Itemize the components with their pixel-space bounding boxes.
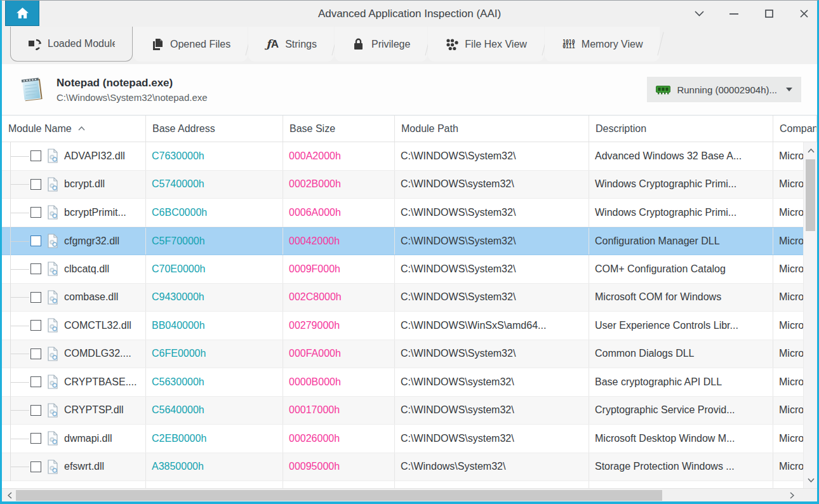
process-status-dropdown[interactable]: Running (00002904h)... xyxy=(647,77,801,102)
tree-connector xyxy=(10,241,29,242)
base-address: C5640000h xyxy=(146,397,283,425)
module-file-icon xyxy=(46,205,59,220)
base-address: C6FE0000h xyxy=(146,340,283,368)
row-checkbox[interactable] xyxy=(30,376,41,387)
process-info-bar: Notepad (notepad.exe) C:\Windows\System3… xyxy=(2,64,817,116)
base-size: 00017000h xyxy=(283,397,395,425)
tab-label: Opened Files xyxy=(170,39,230,50)
row-checkbox[interactable] xyxy=(30,179,41,190)
modules-icon xyxy=(28,37,42,50)
row-checkbox[interactable] xyxy=(30,207,41,218)
row-checkbox[interactable] xyxy=(30,235,41,246)
row-checkbox[interactable] xyxy=(30,263,41,274)
maximize-button[interactable] xyxy=(763,8,775,20)
base-size: 0009F000h xyxy=(283,255,395,283)
vertical-scrollbar[interactable] xyxy=(803,142,817,488)
table-row[interactable]: clbcatq.dll C70E0000h 0009F000h C:\WINDO… xyxy=(2,255,817,284)
table-row[interactable]: CRYPTSP.dll C5640000h 00017000h C:\WINDO… xyxy=(2,397,817,425)
scroll-right-button[interactable] xyxy=(786,489,797,501)
row-checkbox[interactable] xyxy=(30,292,41,303)
tab-loaded-modules[interactable]: Loaded Modules xyxy=(10,27,133,62)
table-row[interactable]: bcryptPrimit... C6BC0000h 0006A000h C:\W… xyxy=(2,199,817,227)
base-size: 0002B000h xyxy=(283,171,395,199)
table-row[interactable]: COMCTL32.dll BB040000h 00279000h C:\WIND… xyxy=(2,312,817,340)
module-table-body: ADVAPI32.dll C7630000h 000A2000h C:\WIND… xyxy=(2,142,817,489)
scroll-down-button[interactable] xyxy=(804,474,817,486)
close-button[interactable] xyxy=(798,8,809,20)
base-address: C2EB0000h xyxy=(146,425,283,453)
horizontal-scrollbar-thumb[interactable] xyxy=(16,490,662,501)
hex-dots-icon xyxy=(445,38,459,50)
column-header-base-size[interactable]: Base Size xyxy=(283,116,395,142)
base-address: C5630000h xyxy=(146,368,283,396)
base-size: 00095000h xyxy=(283,453,395,481)
base-address: C7630000h xyxy=(146,142,283,170)
row-checkbox[interactable] xyxy=(30,150,41,161)
column-header-module-path[interactable]: Module Path xyxy=(395,116,589,142)
minimize-button[interactable] xyxy=(728,8,740,20)
row-checkbox[interactable] xyxy=(30,461,41,472)
tab-bar: Loaded Modules Opened Files ƒA Strings xyxy=(2,27,817,64)
table-row[interactable]: cfgmgr32.dll C5F70000h 00042000h C:\WIND… xyxy=(2,227,817,256)
module-file-icon xyxy=(46,431,59,446)
module-file-icon xyxy=(46,234,59,248)
tab-strings[interactable]: ƒA Strings xyxy=(248,27,334,62)
module-name: COMCTL32.dll xyxy=(64,320,131,331)
tree-connector xyxy=(10,382,29,383)
base-address: C6BC0000h xyxy=(146,199,283,227)
horizontal-scrollbar[interactable] xyxy=(2,488,817,501)
table-row[interactable]: dwmapi.dll C2EB0000h 00026000h C:\WINDOW… xyxy=(2,425,817,453)
row-checkbox[interactable] xyxy=(30,348,41,359)
module-name: ADVAPI32.dll xyxy=(64,150,125,162)
scroll-left-button[interactable] xyxy=(4,489,15,501)
table-row[interactable]: CRYPTBASE.... C5630000h 0000B000h C:\WIN… xyxy=(2,368,817,397)
collapse-ribbon-button[interactable] xyxy=(693,8,705,20)
module-name: combase.dll xyxy=(64,291,118,303)
table-row[interactable]: ADVAPI32.dll C7630000h 000A2000h C:\WIND… xyxy=(2,142,817,171)
module-description: Common Dialogs DLL xyxy=(589,340,773,368)
row-checkbox[interactable] xyxy=(30,433,41,444)
tab-memory-view[interactable]: 10100111 Memory View xyxy=(545,27,660,62)
module-description: Microsoft Desktop Window M... xyxy=(589,425,773,453)
tab-privilege[interactable]: Privilege xyxy=(335,27,427,62)
vertical-scrollbar-thumb[interactable] xyxy=(806,159,815,231)
base-size: 002C8000h xyxy=(283,284,395,312)
table-row[interactable]: COMDLG32.... C6FE0000h 000FA000h C:\WIND… xyxy=(2,340,817,369)
table-row[interactable]: efswrt.dll A3850000h 00095000h C:\Window… xyxy=(2,453,817,482)
column-header-base-address[interactable]: Base Address xyxy=(146,116,283,142)
tab-label: Strings xyxy=(285,39,317,50)
notepad-icon xyxy=(17,75,46,104)
base-size: 000A2000h xyxy=(283,142,395,170)
module-description: Microsoft COM for Windows xyxy=(589,284,773,312)
home-button[interactable] xyxy=(5,1,39,26)
base-address: C70E0000h xyxy=(146,255,283,283)
lock-icon xyxy=(352,38,366,50)
column-header-module-name[interactable]: Module Name xyxy=(2,116,146,142)
process-name: Notepad (notepad.exe) xyxy=(57,77,208,90)
column-header-description[interactable]: Description xyxy=(589,116,773,142)
module-name: cfgmgr32.dll xyxy=(64,235,119,247)
process-status-label: Running (00002904h)... xyxy=(677,84,777,95)
table-row[interactable]: combase.dll C9430000h 002C8000h C:\WINDO… xyxy=(2,284,817,312)
row-checkbox[interactable] xyxy=(30,405,41,416)
base-size: 00279000h xyxy=(283,312,395,340)
row-checkbox[interactable] xyxy=(30,320,41,331)
module-path: C:\WINDOWS\WinSxS\amd64... xyxy=(395,312,589,340)
module-path: C:\WINDOWS\System32\ xyxy=(395,228,589,255)
table-row[interactable]: bcrypt.dll C5740000h 0002B000h C:\WINDOW… xyxy=(2,171,817,199)
module-file-icon xyxy=(46,177,59,192)
module-path: C:\WINDOWS\System32\ xyxy=(395,284,589,312)
module-path: C:\WINDOWS\System32\ xyxy=(395,255,589,283)
column-header-company[interactable]: Company xyxy=(773,116,817,142)
module-file-icon xyxy=(46,347,59,361)
title-bar: Advanced Application Inspection (AAI) xyxy=(2,1,817,27)
module-name: bcryptPrimit... xyxy=(64,207,126,218)
tab-opened-files[interactable]: Opened Files xyxy=(133,27,248,62)
module-path: C:\WINDOWS\System32\ xyxy=(395,340,589,368)
tab-label: Memory View xyxy=(582,39,643,50)
tree-connector xyxy=(10,213,29,213)
tab-file-hex-view[interactable]: File Hex View xyxy=(428,27,544,62)
scroll-up-button[interactable] xyxy=(804,145,817,156)
memory-chip-icon xyxy=(656,85,670,95)
tab-label: Loaded Modules xyxy=(48,38,115,50)
